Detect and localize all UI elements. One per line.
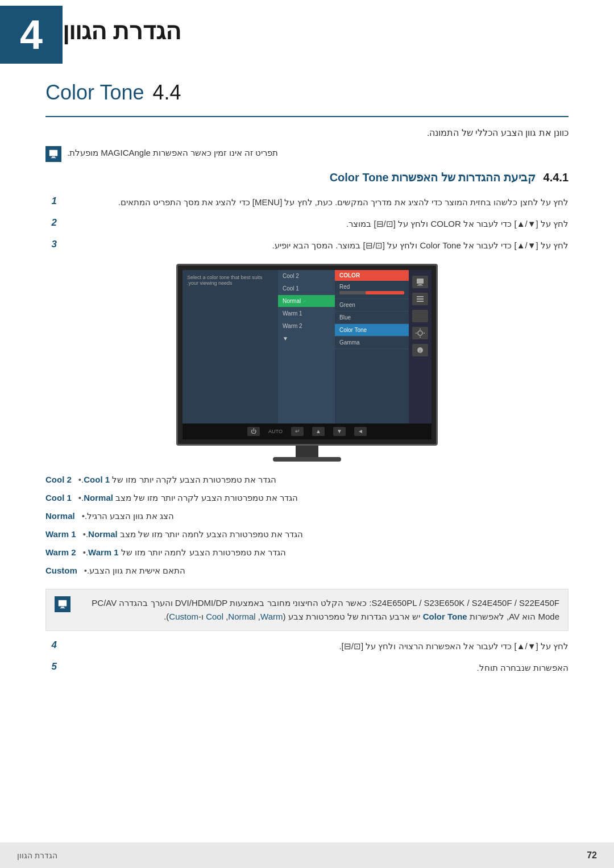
menu-item-red: Red [335,281,409,299]
steps-list-2: לחץ על [▼/▲] כדי לעבור אל האפשרות הרצויה… [45,639,569,675]
step-item-1: לחץ על לחצן כלשהו בחזית המוצר כדי להציג … [45,196,569,209]
bottom-btn-up: ▲ [312,427,325,436]
menu-item-colortone: Color Tone [335,324,409,337]
step-text-3: לחץ על [▼/▲] כדי לעבור אל Color Tone ולח… [65,239,569,252]
menu-item-blue: Blue [335,312,409,324]
bottom-btn-power: ⏻ [247,427,260,436]
bullet-dot-warm1: • [83,528,86,541]
bullet-item-warm1: הגדר את טמפרטורת הצבע לחמה יותר מזו של מ… [45,528,569,541]
screen-info-text: Select a color tone that best suits your… [187,275,263,286]
bullet-label-cool1: Cool 1 [45,491,72,505]
chapter-title: הגדרת הגוון [63,6,198,64]
step-number-2: 2 [45,217,57,229]
note-text: תפריט זה אינו זמין כאשר האפשרות MAGICAng… [67,146,278,160]
subsection-name: קביעת ההגדרות של האפשרות Color Tone [330,171,536,184]
bullet-text-warm2: הגדר את טמפרטורת הצבע לחמה יותר מזו של W… [86,546,286,559]
monitor-neck [296,446,318,457]
svg-rect-16 [59,600,67,606]
bullet-item-normal: הצג את גוון הצבע הרגיל. • Normal [45,509,569,523]
info-note-text-2: S24E650PL / S23E650K / S24E450F / S22E45… [76,596,559,624]
menu-item-gamma: Gamma [335,337,409,349]
monitor-bottom-bar: ◄ ▼ ▲ ↵ AUTO ⏻ [182,423,432,439]
sidebar-icon-2 [412,293,428,305]
page-footer: 72 הגדרת הגוון [0,842,614,868]
bottom-auto: AUTO [268,429,283,434]
step-text-2: לחץ על [▼/▲] כדי לעבור אל COLOR ולחץ על … [65,217,569,231]
step-text-4: לחץ על [▼/▲] כדי לעבור אל האפשרות הרצויה… [65,639,569,653]
submenu-normal: ✓ Normal [278,295,335,308]
steps-list: לחץ על לחצן כלשהו בחזית המוצר כדי להציג … [45,196,569,252]
svg-rect-0 [49,149,57,156]
bottom-btn-down: ▼ [333,427,346,436]
bullet-text-warm1: הגדר את טמפרטורת הצבע לחמה יותר מזו של מ… [86,528,303,541]
bottom-btn-left: ◄ [354,427,367,436]
section-name: Color Tone [45,81,144,105]
info-note-2: S24E650PL / S23E650K / S24E450F / S22E45… [45,589,569,631]
step-text-5: האפשרות שנבחרה תוחל. [65,661,569,675]
bullet-text-normal: הצג את גוון הצבע הרגיל. [85,509,174,523]
monitor-frame: i COLOR Red Green Blue Color Tone Gamm [176,264,438,446]
bullet-dot-normal: • [82,509,85,523]
svg-text:i: i [420,348,421,354]
footer-page-number: 72 [587,850,597,861]
screen-submenu: Cool 2 Cool 1 ✓ Normal Warm 1 Warm 2 ▼ [278,270,335,423]
bullet-label-custom: Custom [45,564,77,578]
bullet-dot-cool2: • [78,473,81,487]
svg-rect-8 [417,301,424,302]
step-text-1: לחץ על לחצן כלשהו בחזית המוצר כדי להציג … [65,196,569,209]
step-item-2: לחץ על [▼/▲] כדי לעבור אל COLOR ולחץ על … [45,217,569,231]
sidebar-icon-4 [412,327,428,339]
svg-rect-17 [61,607,64,608]
screen-sidebar: i [409,270,432,423]
section-title: 4.4 Color Tone [45,81,569,105]
bullet-text-cool2: הגדר את טמפרטורת הצבע לקרה יותר מזו של C… [81,473,276,487]
bullet-label-cool2: Cool 2 [45,473,72,487]
submenu-cool1: Cool 1 [278,283,335,295]
note-box: תפריט זה אינו זמין כאשר האפשרות MAGICAng… [45,146,569,162]
step-number-1: 1 [45,196,57,207]
svg-rect-3 [417,279,424,284]
svg-rect-5 [417,285,423,285]
menu-item-green: Green [335,299,409,312]
step-item-3: לחץ על [▼/▲] כדי לעבור אל Color Tone ולח… [45,239,569,252]
section-number: 4.4 [152,81,181,105]
screen-info: Select a color tone that best suits your… [182,270,278,423]
info-note-icon-2 [55,596,70,612]
bullet-item-custom: התאם אישית את גוון הצבע. • Custom [45,564,569,578]
bullet-item-cool2: הגדר את טמפרטורת הצבע לקרה יותר מזו של C… [45,473,569,487]
divider [45,116,569,117]
step-item-4: לחץ על [▼/▲] כדי לעבור אל האפשרות הרצויה… [45,639,569,653]
menu-header: COLOR [335,270,409,281]
sidebar-icon-3 [412,310,428,322]
bullet-label-warm1: Warm 1 [45,528,76,541]
svg-rect-6 [417,296,424,297]
bottom-btn-enter: ↵ [291,427,304,436]
sidebar-icon-5: i [412,344,428,356]
sidebar-icon-1 [412,276,428,288]
submenu-warm2: Warm 2 [278,320,335,333]
chapter-number: 4 [0,6,63,64]
monitor-screen: i COLOR Red Green Blue Color Tone Gamm [182,270,432,423]
svg-rect-18 [60,608,65,608]
submenu-warm1: Warm 1 [278,308,335,320]
step-number-4: 4 [45,639,57,651]
page-header: הגדרת הגוון 4 [0,0,614,64]
bullet-text-custom: התאם אישית את גוון הצבע. [87,564,185,578]
step-item-5: האפשרות שנבחרה תוחל. 5 [45,661,569,675]
bullet-label-normal: Normal [45,509,75,523]
svg-rect-4 [418,284,422,285]
monitor-container: i COLOR Red Green Blue Color Tone Gamm [45,264,569,462]
bullet-item-cool1: הגדר את טמפרטורת הצבע לקרה יותר מזו של מ… [45,491,569,505]
bullet-label-warm2: Warm 2 [45,546,76,559]
bullet-dot-custom: • [84,564,87,578]
subsection-title: 4.4.1 קביעת ההגדרות של האפשרות Color Ton… [45,171,569,184]
bullet-dot-warm2: • [83,546,86,559]
monitor-stand [273,446,341,462]
bullet-item-warm2: הגדר את טמפרטורת הצבע לחמה יותר מזו של W… [45,546,569,559]
main-content: 4.4 Color Tone כוונן את גוון הצבע הכללי … [0,64,614,700]
screen-menu: COLOR Red Green Blue Color Tone Gamma [335,270,409,423]
subsection-number: 4.4.1 [544,171,569,184]
svg-rect-2 [51,157,56,158]
note-icon [45,146,61,162]
step-number-5: 5 [45,661,57,672]
